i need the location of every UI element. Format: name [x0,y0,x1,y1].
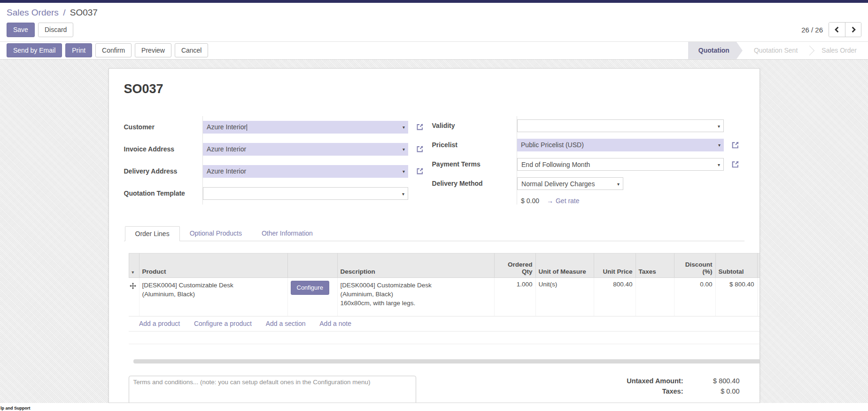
delivery-address-external-link-icon[interactable] [416,167,424,175]
chevron-down-icon: ▾ [718,158,720,171]
pager: 26 / 26 [801,22,861,37]
tab-order-lines[interactable]: Order Lines [125,226,180,241]
header-taxes: Taxes [636,253,674,277]
pager-count: 26 / 26 [801,26,823,34]
notebook-tabs: Order Lines Optional Products Other Info… [124,226,744,241]
add-a-note-link[interactable]: Add a note [319,320,351,327]
customer-label: Customer [124,116,203,138]
taxes-label: Taxes: [662,387,683,395]
sheet-footer: Untaxed Amount: $ 800.40 Taxes: $ 0.00 [129,376,740,403]
pager-next-button[interactable] [845,23,861,37]
quotation-template-label: Quotation Template [124,182,203,205]
totals-block: Untaxed Amount: $ 800.40 Taxes: $ 0.00 [627,376,739,396]
quotation-template-input[interactable]: ▾ [203,187,408,200]
empty-line-row [129,331,760,344]
cell-product[interactable]: [DESK0004] Customizable Desk (Aluminium,… [139,277,287,316]
payment-terms-external-link-icon[interactable] [731,160,739,168]
browser-status-strip: lp and Support [0,403,868,411]
add-a-product-link[interactable]: Add a product [139,320,180,327]
invoice-address-external-link-icon[interactable] [416,145,424,153]
validity-input[interactable]: ▾ [517,119,724,132]
chevron-down-icon: ▾ [403,143,405,156]
untaxed-amount-label: Untaxed Amount: [627,377,683,385]
delivery-address-label: Delivery Address [124,160,203,182]
control-panel: Sales Orders / SO037 Save Discard 26 / 2… [0,3,868,41]
header-discount: Discount (%) [674,253,715,277]
pricelist-external-link-icon[interactable] [731,141,739,149]
header-subtotal: Subtotal [715,253,757,277]
customer-external-link-icon[interactable] [416,123,424,131]
form-group-left: Customer Azure Interior▾ Invoice Address… [124,116,424,205]
form-group-right: Validity ▾ Pricelist Public Pricelist (U… [424,116,744,205]
drag-handle-cell [129,277,139,316]
order-line-row: [DESK0004] Customizable Desk (Aluminium,… [129,277,760,316]
form-sheet: SO037 Customer Azure Interior▾ Invoice A… [108,68,760,403]
status-link-text: lp and Support [0,406,31,411]
breadcrumb-sales-orders[interactable]: Sales Orders [7,8,59,17]
pager-previous-button[interactable] [829,23,845,37]
tab-other-information[interactable]: Other Information [252,226,323,241]
horizontal-scrollbar[interactable] [133,359,760,364]
cell-discount[interactable]: 0.00 [674,277,715,316]
terms-and-conditions-textarea[interactable] [129,376,416,403]
action-bar: Send by Email Print Confirm Preview Canc… [0,41,868,60]
delivery-method-select[interactable]: Normal Delivery Charges▾ [517,177,623,190]
chevron-down-icon: ▾ [403,121,405,134]
chevron-right-icon [851,26,856,33]
order-lines-table: ▾ Product Description Ordered Qty Unit o… [129,253,760,344]
customer-input[interactable]: Azure Interior▾ [203,121,408,134]
drag-handle-icon[interactable] [130,283,136,289]
chevron-down-icon: ▾ [617,178,620,190]
confirm-button[interactable]: Confirm [95,43,132,57]
sort-caret-icon: ▾ [132,270,134,275]
send-by-email-button[interactable]: Send by Email [7,43,62,57]
validity-label: Validity [424,116,517,135]
record-title: SO037 [124,82,744,96]
delivery-rate-amount: $ 0.00 [521,197,539,205]
header-ordered-qty: Ordered Qty [494,253,535,277]
configure-button[interactable]: Configure [291,281,329,295]
text-cursor [247,124,247,131]
breadcrumb: Sales Orders / SO037 [7,8,861,18]
add-a-section-link[interactable]: Add a section [266,320,306,327]
invoice-address-label: Invoice Address [124,138,203,160]
cell-ordered-qty[interactable]: 1.000 [494,277,535,316]
preview-button[interactable]: Preview [135,43,171,57]
cell-description[interactable]: [DESK0004] Customizable Desk (Aluminium,… [337,277,494,316]
cell-unit-of-measure[interactable]: Unit(s) [535,277,594,316]
invoice-address-input[interactable]: Azure Interior▾ [203,143,408,156]
pricelist-label: Pricelist [424,135,517,155]
statusbar: Quotation Quotation Sent Sales Order [688,42,868,59]
chevron-down-icon: ▾ [402,188,404,200]
status-step-sales-order[interactable]: Sales Order [810,42,868,59]
line-actions-row: Add a product Configure a product Add a … [129,316,760,331]
order-lines-pane: ▾ Product Description Ordered Qty Unit o… [124,241,744,364]
status-step-quotation-sent[interactable]: Quotation Sent [743,42,809,59]
header-product: Product [139,253,287,277]
header-description: Description [337,253,494,277]
status-step-quotation[interactable]: Quotation [688,42,743,59]
discard-button[interactable]: Discard [38,23,73,37]
cell-unit-price[interactable]: 800.40 [594,277,636,316]
header-unit-of-measure: Unit of Measure [535,253,594,277]
header-unit-price: Unit Price [594,253,636,277]
breadcrumb-record-name: SO037 [70,8,98,17]
cell-configure: Configure [287,277,337,316]
cell-delete [757,277,760,316]
configure-a-product-link[interactable]: Configure a product [194,320,252,327]
chevron-down-icon: ▾ [718,139,721,151]
chevron-left-icon [834,26,840,33]
taxes-value: $ 0.00 [683,387,740,395]
breadcrumb-separator: / [61,8,67,17]
untaxed-amount-value: $ 800.40 [683,377,740,385]
payment-terms-input[interactable]: End of Following Month▾ [517,158,724,171]
pricelist-input[interactable]: Public Pricelist (USD)▾ [517,139,724,151]
save-button[interactable]: Save [7,23,35,37]
cell-taxes[interactable] [636,277,674,316]
print-button[interactable]: Print [65,43,92,57]
delivery-address-input[interactable]: Azure Interior▾ [203,165,408,178]
header-configure-column [287,253,337,277]
cancel-button[interactable]: Cancel [175,43,209,57]
get-rate-link[interactable]: Get rate [556,197,580,205]
tab-optional-products[interactable]: Optional Products [180,226,252,241]
